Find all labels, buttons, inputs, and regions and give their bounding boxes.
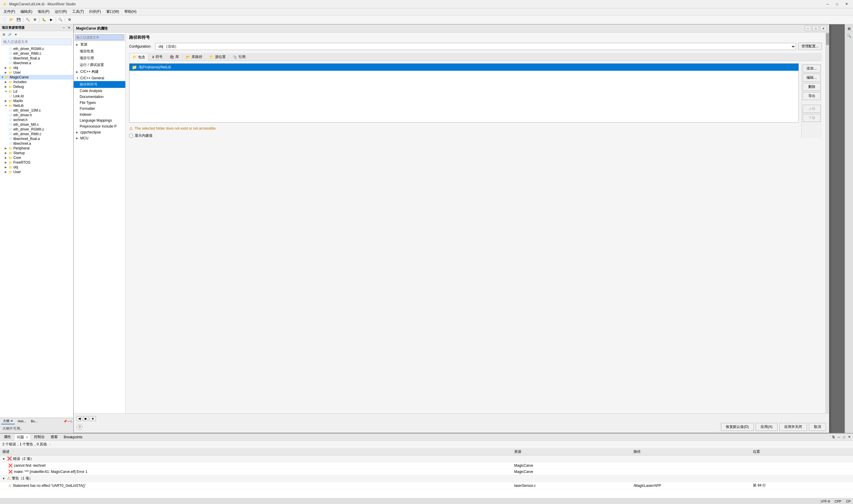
tab-hist[interactable]: Hist... <box>16 419 28 424</box>
maximize-button[interactable]: □ <box>833 1 841 7</box>
menu-run[interactable]: 运行(R) <box>52 8 69 15</box>
nav-cppcheck[interactable]: ▶ cppcheclipse <box>74 129 125 135</box>
bottom-close[interactable]: ✕ <box>847 435 852 439</box>
panel-minimize[interactable]: ─ <box>61 25 66 30</box>
tree-folder-obj2[interactable]: ▶ 📁 obj <box>0 165 73 169</box>
tree-file-eth-rmii[interactable]: 📄 eth_driver_RMII.c <box>0 51 73 56</box>
panel-menu-btn[interactable]: ▾ <box>13 32 18 37</box>
toolbar-search[interactable]: 🔍 <box>57 17 64 23</box>
tree-folder-freertos[interactable]: ▶ 📁 FreeRTOS <box>0 160 73 165</box>
tab-symbols[interactable]: # 符号 <box>149 53 166 61</box>
nav-cpp-general[interactable]: ▼ C/C++ General <box>74 75 125 81</box>
nav-paths-symbols[interactable]: 路径和符号 <box>74 81 125 88</box>
menu-window[interactable]: 窗口(W) <box>104 8 121 15</box>
dialog-minimize[interactable]: ─ <box>805 26 811 31</box>
help-icon[interactable]: ? <box>77 424 83 430</box>
tab-refs[interactable]: 📎 引用 <box>229 53 249 61</box>
tree-folder-user1[interactable]: ▶ 📁 User <box>0 70 73 75</box>
tree-folder-obj1[interactable]: ▶ 📁 obj <box>0 66 73 70</box>
warning-row-1[interactable]: ⚠ Statement has no effect 'UART0_GetLinS… <box>0 482 853 489</box>
tree-folder-includes[interactable]: ▶ 📁 Includes <box>0 79 73 84</box>
nav-run-debug[interactable]: 运行 / 调试设置 <box>74 61 125 68</box>
tab-library[interactable]: 📚 库 <box>167 53 182 61</box>
nav-mcu[interactable]: ▶ MCU <box>74 135 125 141</box>
tree-folder-ld[interactable]: ▼ 📁 Ld <box>0 89 73 94</box>
tree-folder-core[interactable]: ▶ 📁 Core <box>0 155 73 160</box>
minimize-button[interactable]: ─ <box>823 1 832 7</box>
btab-console[interactable]: 控制台 <box>31 434 47 440</box>
tree-file-libwchnet-float[interactable]: 📄 libwchnet_float.a <box>0 56 73 61</box>
show-builtin-checkbox[interactable] <box>129 134 133 138</box>
tree-folder-debug[interactable]: ▶ 📁 Debug <box>0 84 73 89</box>
btab-search[interactable]: 搜索 <box>48 434 60 440</box>
btab-problems[interactable]: 问题 ✕ <box>14 434 31 440</box>
tree-file-libwchnet[interactable]: 📄 libwchnet.a <box>0 61 73 66</box>
nav-formatter[interactable]: Formatter <box>74 106 125 112</box>
tab-source-location[interactable]: 📁 源位置 <box>206 53 229 61</box>
tree-file-eth-rmii2[interactable]: 📄 eth_driver_RMII.c <box>0 132 73 137</box>
outline-pin[interactable]: 📌 <box>64 420 67 423</box>
toolbar-settings[interactable]: ⚙ <box>66 17 73 23</box>
toolbar-debug[interactable]: 🐛 <box>41 17 47 23</box>
dialog-filter-input[interactable] <box>75 34 124 40</box>
nav-project-refs[interactable]: 项目引用 <box>74 55 125 61</box>
restore-defaults-btn[interactable]: 恢复默认值(D) <box>721 423 754 431</box>
menu-file[interactable]: 文件(F) <box>1 8 17 15</box>
move-up-btn[interactable]: 上移 <box>803 105 821 113</box>
tab-includes[interactable]: 📁 包含 <box>129 53 149 61</box>
tree-folder-magiccarve[interactable]: ▼ 📁 MagicCarve <box>0 75 73 79</box>
nav-indexer[interactable]: Indexer <box>74 112 125 118</box>
tree-folder-peripheral[interactable]: ▶ 📁 Peripheral <box>0 146 73 151</box>
error-row-1[interactable]: ❌ cannot find -lwchnet MagicCarve <box>0 463 853 469</box>
error-group-header[interactable]: ▼ ❌ 错误（2 项） <box>0 455 853 463</box>
export-btn[interactable]: 导出 <box>803 92 821 100</box>
close-button[interactable]: ✕ <box>842 1 851 7</box>
dialog-maximize[interactable]: □ <box>813 26 819 31</box>
nav-file-types[interactable]: File Types <box>74 100 125 106</box>
tree-file-libwchnet2[interactable]: 📄 libwchnet.a <box>0 141 73 146</box>
tree-folder-user2[interactable]: ▶ 📁 User <box>0 169 73 174</box>
dialog-scrollbar[interactable] <box>825 33 829 413</box>
collapse-all-btn[interactable]: ⊟ <box>1 32 6 37</box>
outline-maximize[interactable]: □ <box>70 420 72 423</box>
config-select[interactable]: obj ［活动］ <box>155 43 796 50</box>
bottom-maximize[interactable]: □ <box>842 435 846 439</box>
nav-preprocessor[interactable]: Preprocessor Include P <box>74 123 125 129</box>
apply-btn[interactable]: 应用(A) <box>755 423 778 431</box>
edit-btn[interactable]: 编辑... <box>803 74 821 82</box>
tree-file-eth-rgmii[interactable]: 📄 eth_driver_RGMII.c <box>0 47 73 51</box>
tree-file-libwchnet-float2[interactable]: 📄 libwchnet_float.a <box>0 137 73 141</box>
nav-cpp-build[interactable]: ▶ C/C++ 构建 <box>74 68 125 75</box>
toolbar-new[interactable]: 📄 <box>1 17 8 23</box>
tree-folder-netlib[interactable]: ▼ 📁 NetLib <box>0 103 73 108</box>
panel-close[interactable]: ✕ <box>67 25 71 30</box>
tree-folder-startup[interactable]: ▶ 📁 Startup <box>0 151 73 155</box>
path-list-item[interactable]: 📁 /${ProjName}/NetLib <box>129 64 799 71</box>
tab-lib-path[interactable]: 📂 库路径 <box>183 53 206 61</box>
delete-btn[interactable]: 删除 <box>803 83 821 91</box>
nav-documentation[interactable]: Documentation <box>74 94 125 100</box>
tree-file-eth-rgmii2[interactable]: 📄 eth_driver_RGMII.c <box>0 127 73 132</box>
toolbar-build[interactable]: 🔨 <box>24 17 31 23</box>
menu-help[interactable]: 帮助(H) <box>122 8 139 15</box>
tree-file-eth-driver-h[interactable]: 📄 eth_driver.h <box>0 113 73 118</box>
bottom-minimize[interactable]: ─ <box>837 435 841 439</box>
toolbar-open[interactable]: 📂 <box>8 17 15 23</box>
move-down-btn[interactable]: 下移 <box>803 114 821 122</box>
tab-outline[interactable]: 大纲 ✕ <box>1 418 15 425</box>
dialog-close[interactable]: ✕ <box>820 26 826 31</box>
nav-project-nature[interactable]: 项目性质 <box>74 48 125 55</box>
nav-code-analysis[interactable]: Code Analysis <box>74 88 125 94</box>
warning-group-header[interactable]: ▼ ⚠ 警告（1 项） <box>0 475 853 482</box>
menu-edit[interactable]: 编辑(E) <box>18 8 35 15</box>
link-editor-btn[interactable]: 🔗 <box>7 32 13 37</box>
outline-minimize[interactable]: ─ <box>68 420 70 423</box>
add-btn[interactable]: 添加... <box>803 65 821 72</box>
tree-file-eth-mii[interactable]: 📄 eth_driver_MII.c <box>0 122 73 127</box>
btab-problems-close[interactable]: ✕ <box>26 436 28 439</box>
manage-config-btn[interactable]: 管理配置... <box>798 42 822 50</box>
tree-file-wchnet-h[interactable]: 📄 wchnet.h <box>0 118 73 122</box>
nav-down-btn[interactable]: ▼ <box>90 416 96 421</box>
right-icon-1[interactable]: ⊞ <box>846 25 852 32</box>
problems-sort-btn[interactable]: ⇅ <box>831 435 836 439</box>
